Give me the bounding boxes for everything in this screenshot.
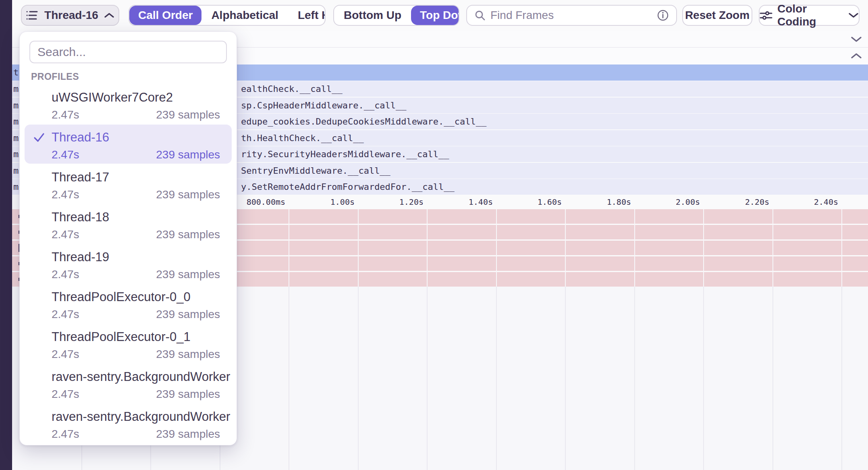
gridline (358, 209, 359, 287)
chevron-down-icon[interactable] (850, 35, 862, 43)
gridline (841, 287, 842, 470)
gridline (289, 287, 289, 470)
frame-text-fragment: m (13, 81, 19, 97)
gridline (565, 209, 566, 287)
profiles-section-label: PROFILES (31, 71, 237, 82)
frame-text-fragment: t (13, 64, 19, 81)
profile-duration: 2.47s (52, 188, 79, 201)
profile-list: uWSGIWorker7Core2 2.47s239 samples Threa… (20, 88, 237, 447)
tab-left-heavy[interactable]: Left Heavy (288, 6, 326, 25)
gridline (358, 287, 359, 470)
reset-zoom-label: Reset Zoom (685, 9, 750, 22)
sidebar-edge-strip (0, 0, 12, 470)
chevron-down-icon (848, 12, 859, 19)
frame-text-fragment: m (13, 130, 19, 146)
sort-mode-segmented-control: Call Order Alphabetical Left Heavy (129, 5, 326, 26)
profile-samples: 239 samples (156, 348, 220, 361)
frame-label: edupe_cookies.DedupeCookiesMiddleware.__… (241, 114, 486, 129)
profile-samples: 239 samples (156, 388, 220, 401)
profile-duration: 2.47s (52, 148, 79, 161)
gridline (565, 287, 566, 470)
axis-tick-label: 1.80s (550, 195, 631, 209)
find-frames-input[interactable] (490, 9, 652, 22)
gridline (772, 209, 773, 287)
gridline (634, 209, 635, 287)
profile-name: raven-sentry.BackgroundWorker (52, 370, 220, 384)
gridline (772, 287, 773, 470)
tab-bottom-up[interactable]: Bottom Up (334, 6, 411, 25)
axis-tick-label: 1.20s (343, 195, 424, 209)
profile-name: uWSGIWorker7Core2 (52, 90, 220, 105)
gridline (703, 209, 704, 287)
frame-text-fragment: m (13, 98, 19, 113)
gridline (289, 209, 289, 287)
axis-tick-label: 2.20s (689, 195, 769, 209)
profile-duration: 2.47s (52, 308, 79, 321)
profile-name: ThreadPoolExecutor-0_0 (52, 290, 220, 304)
axis-tick-label: 1.00s (274, 195, 355, 209)
frame-label: SentryEnvMiddleware.__call__ (241, 163, 390, 179)
profile-item-thread-16[interactable]: Thread-16 2.47s239 samples (20, 128, 237, 168)
reset-zoom-button[interactable]: Reset Zoom (682, 5, 752, 26)
frame-text-fragment: m (13, 146, 19, 162)
profile-name: Thread-17 (52, 170, 220, 185)
profile-duration: 2.47s (52, 228, 79, 241)
checkmark-icon (33, 131, 45, 143)
profile-name: Thread-19 (52, 250, 220, 264)
frame-label: y.SetRemoteAddrFromForwardedFor.__call__ (241, 179, 455, 195)
profiler-app: t m ealthCheck.__call__ m sp.CspHeaderMi… (0, 0, 868, 470)
profile-dropdown-panel: PROFILES uWSGIWorker7Core2 2.47s239 samp… (19, 31, 237, 445)
frame-text-fragment: m (13, 163, 19, 179)
frame-label: sp.CspHeaderMiddleware.__call__ (241, 98, 407, 113)
color-coding-button[interactable]: Color Coding (759, 5, 860, 26)
profile-samples: 239 samples (156, 268, 220, 281)
axis-tick-label: 1.60s (481, 195, 562, 209)
color-coding-label: Color Coding (777, 2, 843, 28)
sliders-icon (760, 10, 772, 21)
profile-samples: 239 samples (156, 308, 220, 321)
profile-item-thread-17[interactable]: Thread-17 2.47s239 samples (20, 168, 237, 208)
axis-tick-label: 2.40s (758, 195, 838, 209)
gridline (841, 209, 842, 287)
frame-text-fragment: m (13, 179, 19, 195)
profile-name: Thread-18 (52, 210, 220, 225)
profile-name: ThreadPoolExecutor-0_1 (52, 330, 220, 344)
profile-duration: 2.47s (52, 348, 79, 361)
profile-item-thread-19[interactable]: Thread-19 2.47s239 samples (20, 247, 237, 287)
profile-item-threadpoolexecutor-0-0[interactable]: ThreadPoolExecutor-0_0 2.47s239 samples (20, 287, 237, 327)
info-icon[interactable] (657, 9, 669, 21)
direction-segmented-control: Bottom Up Top Down (333, 5, 459, 26)
gridline (634, 287, 635, 470)
gridline (496, 209, 497, 287)
profile-samples: 239 samples (156, 108, 220, 121)
profile-samples: 239 samples (156, 428, 220, 441)
profile-item-threadpoolexecutor-0-1[interactable]: ThreadPoolExecutor-0_1 2.47s239 samples (20, 327, 237, 367)
profile-samples: 239 samples (156, 228, 220, 241)
dropdown-search-input[interactable] (37, 45, 219, 59)
frame-text-fragment: m (13, 114, 19, 129)
profile-duration: 2.47s (52, 388, 79, 401)
axis-tick-label: 2.00s (619, 195, 700, 209)
profile-item-raven-sentry-backgroundworker-1[interactable]: raven-sentry.BackgroundWorker 2.47s239 s… (20, 367, 237, 407)
profile-samples: 239 samples (156, 188, 220, 201)
frame-label: th.HealthCheck.__call__ (241, 130, 364, 146)
gridline (427, 287, 428, 470)
profile-item-raven-sentry-backgroundworker-2[interactable]: raven-sentry.BackgroundWorker 2.47s239 s… (20, 407, 237, 447)
profile-duration: 2.47s (52, 268, 79, 281)
gridline (427, 209, 428, 287)
profile-item-uwsgiworker7core2[interactable]: uWSGIWorker7Core2 2.47s239 samples (20, 88, 237, 128)
gridline (496, 287, 497, 470)
profile-item-thread-18[interactable]: Thread-18 2.47s239 samples (20, 208, 237, 247)
frame-label: ealthCheck.__call__ (241, 81, 343, 97)
chevron-up-icon[interactable] (850, 52, 862, 60)
tab-call-order[interactable]: Call Order (129, 6, 201, 25)
tab-alphabetical[interactable]: Alphabetical (201, 6, 288, 25)
find-frames-searchbox (466, 5, 677, 26)
thread-selector-button[interactable]: Thread-16 (21, 5, 119, 26)
profile-samples: 239 samples (156, 148, 220, 161)
tab-top-down[interactable]: Top Down (411, 6, 459, 25)
profile-duration: 2.47s (52, 428, 79, 441)
search-icon (474, 10, 486, 21)
profile-name: raven-sentry.BackgroundWorker (52, 410, 220, 424)
dropdown-search-box (29, 41, 227, 63)
